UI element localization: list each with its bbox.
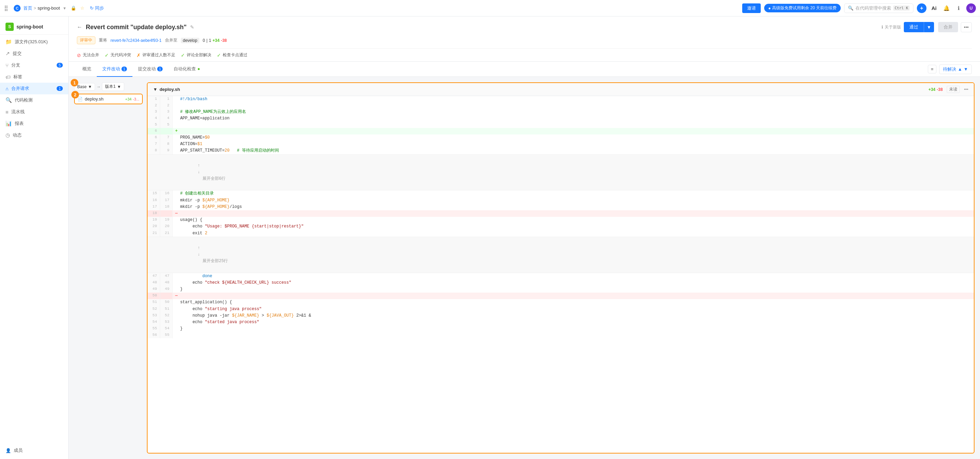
sidebar-item-tags[interactable]: 🏷 标签 <box>0 71 68 83</box>
line-num-right: 19 <box>160 217 172 223</box>
view-mode-button[interactable]: ≡ <box>928 65 937 73</box>
auto-check-ok: ● <box>197 66 200 71</box>
sidebar-ci-label: 代码检测 <box>15 97 33 103</box>
about-new-link[interactable]: ℹ 关于新版 <box>881 24 901 30</box>
sidebar-item-pipeline[interactable]: ≡ 流水线 <box>0 106 68 118</box>
expand-icon-up: ↑ <box>198 163 200 168</box>
table-row: 8 9 APP_START_TIMEOUT=20 # 等待应用启动的时间 <box>148 148 974 154</box>
more-button[interactable]: ••• <box>961 22 972 32</box>
sync-icon: ↻ <box>90 5 94 11</box>
trial-badge[interactable]: ● 高级版免费试用剩余 20 天前往续费 <box>764 4 841 12</box>
line-code: done <box>172 273 974 280</box>
line-num-right: 48 <box>160 280 172 286</box>
meta-commit-link[interactable]: revert-fe7c2434-aebe4f93-1 <box>110 38 162 43</box>
line-code: } <box>172 286 974 292</box>
edit-icon[interactable]: ✎ <box>190 24 194 30</box>
table-row: 55 54 } <box>148 326 974 332</box>
label-2: 2 <box>72 91 79 98</box>
invite-button[interactable]: 邀请 <box>742 3 761 13</box>
sidebar-item-files[interactable]: 📁 源文件(325.01K) <box>0 36 68 48</box>
tab-files[interactable]: 文件改动1 <box>97 62 132 77</box>
sidebar-item-branches[interactable]: ⑂ 分支 5 <box>0 59 68 71</box>
code-add: +34 <box>929 87 935 92</box>
label-1: 1 <box>71 79 78 86</box>
table-row: 19 19 usage() { <box>148 217 974 223</box>
code-panel-right: +34 -38 未读 ••• <box>929 86 968 93</box>
expand-label-2[interactable]: ↑ ↓ 展开全部25行 <box>148 237 974 273</box>
line-num-right: 3 <box>160 109 172 115</box>
lock-icon: 🔒 <box>71 5 76 11</box>
table-row: 4 4 APP_NAME=application <box>148 115 974 122</box>
code-file-label: deploy.sh <box>159 87 180 92</box>
sync-button[interactable]: ↻ 同步 <box>90 5 104 11</box>
file-panel-wrapper: 1 Base ▼ → 版本1 ▼ 2 <box>74 83 143 454</box>
trial-text: 高级版免费试用剩余 20 天前往续费 <box>772 5 837 11</box>
ok-icon: ✓ <box>105 52 109 58</box>
about-new-label: 关于新版 <box>885 24 901 30</box>
table-row: 7 8 ACTION=$1 <box>148 141 974 148</box>
line-code <box>172 332 974 338</box>
help-icon[interactable]: ℹ <box>954 3 964 13</box>
expand-row[interactable]: ↑ ↓ 展开全部6行 <box>148 154 974 191</box>
line-code: echo "starting java process" <box>172 306 974 313</box>
tab-checks[interactable]: 自动化检查● <box>168 62 205 77</box>
file-item-deploy[interactable]: 2 📄 deploy.sh +34 -3... <box>74 94 143 104</box>
check-gate: ✓ 检查卡点通过 <box>217 52 247 58</box>
topbar-icons: + Ai 🔔 ℹ U <box>917 3 976 13</box>
sidebar-pipeline-label: 流水线 <box>11 109 25 115</box>
sidebar-item-reports[interactable]: 📊 报表 <box>0 118 68 129</box>
pass-button[interactable]: 通过 <box>904 22 924 32</box>
expand-label[interactable]: ↑ ↓ 展开全部6行 <box>148 154 974 191</box>
sidebar-member[interactable]: 👤 成员 <box>0 445 68 456</box>
sidebar-item-activity[interactable]: ◷ 动态 <box>0 129 68 141</box>
line-num-left: 2 <box>148 103 160 109</box>
table-row: 53 52 nohup java -jar ${JAR_NAME} > ${JA… <box>148 313 974 319</box>
merge-button[interactable]: 合并 <box>938 22 958 32</box>
code-body[interactable]: 1 1 #!/bin/bash 2 2 <box>148 96 974 453</box>
unread-badge[interactable]: 未读 <box>947 86 960 93</box>
pass-merge-group: 通过 ▼ <box>904 22 934 32</box>
pr-tabs: 概览 文件改动1 提交改动1 自动化检查● ≡ 待解决 ▲ ▼ <box>68 62 980 77</box>
pr-icon: ⑃ <box>5 86 9 92</box>
expand-row-2[interactable]: ↑ ↓ 展开全部25行 <box>148 237 974 273</box>
content-area: ← Revert commit "update deploy.sh" ✎ ℹ 关… <box>68 16 980 459</box>
sidebar-item-ci[interactable]: 🔍 代码检测 <box>0 94 68 106</box>
code-more-icon[interactable]: ••• <box>964 87 968 92</box>
add-icon[interactable]: + <box>917 3 926 13</box>
resolve-button[interactable]: 待解决 ▲ ▼ <box>939 65 972 74</box>
search-icon: 🔍 <box>848 5 853 11</box>
tab-overview[interactable]: 概览 <box>77 62 97 77</box>
line-num-left: 18 <box>148 210 160 217</box>
dropdown-icon[interactable]: ▼ <box>63 6 67 10</box>
table-row: 18 — <box>148 210 974 217</box>
line-num-left: 49 <box>148 286 160 292</box>
line-num-right: 49 <box>160 286 172 292</box>
avatar[interactable]: U <box>966 3 976 13</box>
meta-merge-text: 合并至 <box>165 37 177 43</box>
sidebar-item-pr[interactable]: ⑃ 合并请求 1 <box>0 83 68 94</box>
sidebar-project: S spring-boot <box>0 19 68 35</box>
pass-dropdown[interactable]: ▼ <box>924 22 934 32</box>
star-icon[interactable]: ☆ <box>80 5 84 11</box>
version-select[interactable]: 版本1 ▼ <box>102 83 124 91</box>
tab-commits[interactable]: 提交改动1 <box>132 62 168 77</box>
bell-icon[interactable]: 🔔 <box>942 3 951 13</box>
table-row: 20 20 echo "Usage: $PROG_NAME {start|sto… <box>148 223 974 230</box>
code-table: 1 1 #!/bin/bash 2 2 <box>148 96 974 338</box>
line-num-left: 8 <box>148 148 160 154</box>
grid-icon[interactable]: ⣿ <box>4 5 11 11</box>
table-row: 56 55 <box>148 332 974 338</box>
ai-icon[interactable]: Ai <box>929 3 939 13</box>
line-num-right: 21 <box>160 230 172 237</box>
check-merge-label: 无法合并 <box>83 52 99 58</box>
file-item-left: 📄 deploy.sh <box>78 96 103 102</box>
line-num-right: 7 <box>160 135 172 141</box>
line-num-left: 20 <box>148 223 160 230</box>
sidebar-item-commits[interactable]: ↗ 提交 <box>0 48 68 59</box>
search-box[interactable]: 🔍 在代码管理中搜索 Ctrl K <box>844 3 913 13</box>
line-num-right: 53 <box>160 319 172 326</box>
back-button[interactable]: ← <box>77 24 82 30</box>
line-num-right: 17 <box>160 197 172 204</box>
breadcrumb-home[interactable]: 首页 <box>23 5 32 11</box>
line-code: — <box>172 210 974 217</box>
